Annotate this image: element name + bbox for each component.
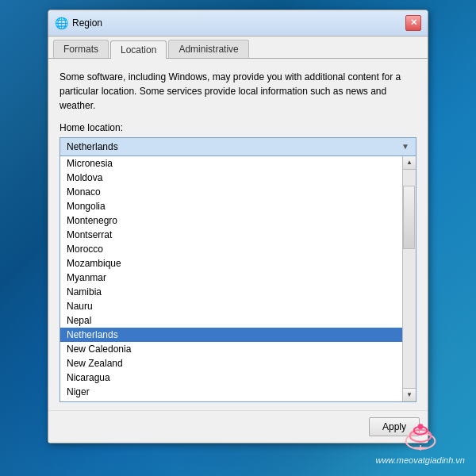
list-container: MicronesiaMoldovaMonacoMongoliaMontenegr…: [60, 156, 416, 402]
list-item[interactable]: Nepal: [60, 313, 402, 328]
list-item[interactable]: Mongolia: [60, 199, 402, 213]
list-item[interactable]: Mozambique: [60, 256, 402, 271]
list-item[interactable]: Namibia: [60, 285, 402, 299]
list-item[interactable]: New Caledonia: [60, 342, 402, 356]
list-item[interactable]: Moldova: [60, 171, 402, 185]
apply-button[interactable]: Apply: [369, 417, 420, 436]
dropdown-value: Netherlands: [67, 141, 118, 152]
tab-location[interactable]: Location: [110, 40, 167, 59]
list-item[interactable]: Netherlands: [60, 328, 402, 342]
dropdown-selected[interactable]: Netherlands ▼: [60, 137, 416, 156]
home-location-label: Home location:: [60, 122, 416, 133]
list-item[interactable]: Nigeria: [60, 399, 402, 401]
globe-icon: 🌐: [55, 17, 67, 29]
list-item[interactable]: New Zealand: [60, 356, 402, 370]
list-item[interactable]: Morocco: [60, 242, 402, 256]
list-item[interactable]: Micronesia: [60, 156, 402, 171]
dialog-title: Region: [72, 17, 102, 29]
scrollbar-thumb[interactable]: [403, 186, 415, 249]
tabs-bar: Formats Location Administrative: [48, 36, 428, 59]
content-area: Some software, including Windows, may pr…: [48, 59, 428, 410]
list-item[interactable]: Nicaragua: [60, 370, 402, 385]
scrollbar[interactable]: ▲ ▼: [402, 156, 416, 401]
list-item[interactable]: Montserrat: [60, 228, 402, 242]
list-item[interactable]: Montenegro: [60, 213, 402, 228]
chevron-down-icon: ▼: [401, 142, 409, 151]
tab-administrative[interactable]: Administrative: [168, 40, 248, 58]
close-button[interactable]: ✕: [405, 15, 421, 31]
scrollbar-track: [403, 170, 416, 388]
tab-formats[interactable]: Formats: [53, 40, 109, 58]
scrollbar-down-button[interactable]: ▼: [403, 388, 416, 401]
list-item[interactable]: Myanmar: [60, 271, 402, 285]
list-item[interactable]: Nauru: [60, 299, 402, 313]
title-bar-left: 🌐 Region: [55, 17, 102, 29]
watermark-text: www.meovatgiadinh.vn: [375, 455, 465, 465]
list-item[interactable]: Niger: [60, 385, 402, 399]
title-bar: 🌐 Region ✕: [48, 10, 428, 36]
scrollbar-up-button[interactable]: ▲: [403, 156, 416, 170]
description-text: Some software, including Windows, may pr…: [60, 70, 416, 113]
region-dialog: 🌐 Region ✕ Formats Location Administrati…: [48, 10, 428, 443]
bottom-bar: Apply: [48, 410, 428, 443]
list-items: MicronesiaMoldovaMonacoMongoliaMontenegr…: [60, 156, 402, 401]
list-item[interactable]: Monaco: [60, 185, 402, 199]
